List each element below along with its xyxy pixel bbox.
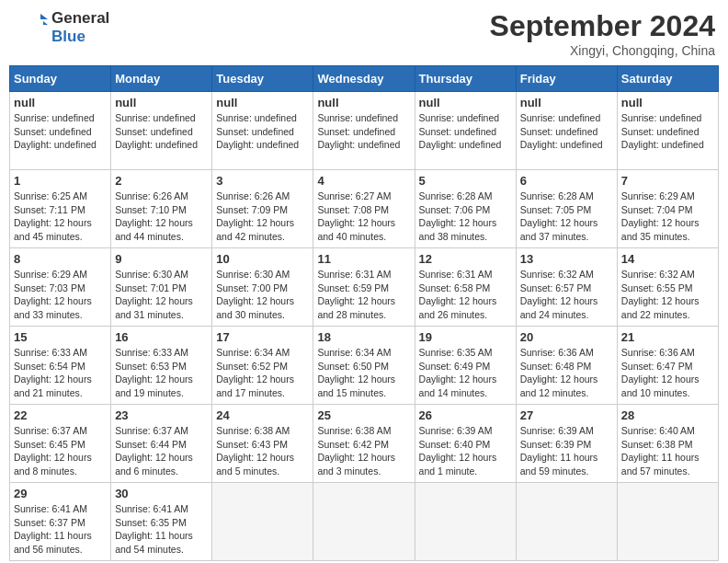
daylight-label: Daylight: 12 hours and 24 minutes. xyxy=(520,295,598,320)
sunrise-label: Sunrise: 6:34 AM xyxy=(317,347,391,358)
day-info: Sunrise: 6:38 AM Sunset: 6:43 PM Dayligh… xyxy=(216,424,309,478)
col-saturday: Saturday xyxy=(617,66,718,92)
sunset-label: Sunset: 6:38 PM xyxy=(621,439,693,450)
sunset-label: Sunset: 6:48 PM xyxy=(520,361,592,372)
day-info: Sunrise: undefined Sunset: undefined Day… xyxy=(216,111,309,152)
sunrise-label: Sunrise: 6:28 AM xyxy=(520,190,594,201)
day-number: null xyxy=(115,96,208,109)
table-row: 28 Sunrise: 6:40 AM Sunset: 6:38 PM Dayl… xyxy=(617,405,718,483)
daylight-label: Daylight: 12 hours and 17 minutes. xyxy=(216,373,294,398)
logo: General Blue xyxy=(13,9,109,47)
sunrise-label: Sunrise: undefined xyxy=(317,112,398,123)
table-row xyxy=(617,483,718,561)
sunset-label: Sunset: 6:39 PM xyxy=(520,439,592,450)
daylight-label: Daylight: undefined xyxy=(115,139,198,150)
table-row: 14 Sunrise: 6:32 AM Sunset: 6:55 PM Dayl… xyxy=(617,248,718,327)
table-row xyxy=(212,483,313,561)
day-info: Sunrise: 6:38 AM Sunset: 6:42 PM Dayligh… xyxy=(317,424,410,478)
table-row: null Sunrise: undefined Sunset: undefine… xyxy=(212,92,313,170)
sunrise-label: Sunrise: 6:29 AM xyxy=(621,190,695,201)
day-number: 4 xyxy=(317,174,410,188)
day-info: Sunrise: 6:36 AM Sunset: 6:47 PM Dayligh… xyxy=(621,346,714,400)
sunset-label: Sunset: 6:40 PM xyxy=(419,439,491,450)
day-number: 1 xyxy=(14,174,107,188)
sunrise-label: Sunrise: 6:41 AM xyxy=(115,503,188,514)
sunset-label: Sunset: 6:35 PM xyxy=(115,517,187,528)
day-info: Sunrise: 6:41 AM Sunset: 6:35 PM Dayligh… xyxy=(115,502,208,557)
day-number: 25 xyxy=(317,408,410,422)
day-info: Sunrise: undefined Sunset: undefined Day… xyxy=(115,111,208,152)
day-number: 9 xyxy=(115,252,208,266)
sunrise-label: Sunrise: undefined xyxy=(115,112,196,123)
sunset-label: Sunset: undefined xyxy=(216,126,294,137)
daylight-label: Daylight: 12 hours and 19 minutes. xyxy=(115,373,193,398)
col-thursday: Thursday xyxy=(415,66,516,92)
day-number: 15 xyxy=(14,330,107,344)
daylight-label: Daylight: undefined xyxy=(317,139,400,150)
table-row: 27 Sunrise: 6:39 AM Sunset: 6:39 PM Dayl… xyxy=(516,405,617,483)
sunrise-label: Sunrise: undefined xyxy=(216,112,297,123)
day-number: 19 xyxy=(419,330,512,344)
daylight-label: Daylight: 12 hours and 12 minutes. xyxy=(520,373,598,398)
location: Xingyi, Chongqing, China xyxy=(490,43,715,58)
table-row: 3 Sunrise: 6:26 AM Sunset: 7:09 PM Dayli… xyxy=(212,170,313,248)
sunset-label: Sunset: 7:03 PM xyxy=(14,282,85,293)
day-info: Sunrise: 6:34 AM Sunset: 6:52 PM Dayligh… xyxy=(216,346,309,400)
table-row: 16 Sunrise: 6:33 AM Sunset: 6:53 PM Dayl… xyxy=(111,327,212,405)
daylight-label: Daylight: undefined xyxy=(216,139,299,150)
sunset-label: Sunset: undefined xyxy=(115,126,193,137)
sunrise-label: Sunrise: 6:26 AM xyxy=(115,190,188,201)
day-number: 13 xyxy=(520,252,613,266)
day-number: 11 xyxy=(317,252,410,266)
day-number: 26 xyxy=(419,408,512,422)
sunset-label: Sunset: 6:44 PM xyxy=(115,439,187,450)
table-row: 7 Sunrise: 6:29 AM Sunset: 7:04 PM Dayli… xyxy=(617,170,718,248)
table-row: 17 Sunrise: 6:34 AM Sunset: 6:52 PM Dayl… xyxy=(212,327,313,405)
day-info: Sunrise: 6:34 AM Sunset: 6:50 PM Dayligh… xyxy=(317,346,410,400)
sunrise-label: Sunrise: 6:34 AM xyxy=(216,347,290,358)
daylight-label: Daylight: 12 hours and 28 minutes. xyxy=(317,295,395,320)
daylight-label: Daylight: 11 hours and 57 minutes. xyxy=(621,452,700,477)
day-number: 3 xyxy=(216,174,309,188)
day-number: 6 xyxy=(520,174,613,188)
sunrise-label: Sunrise: undefined xyxy=(520,112,601,123)
day-number: null xyxy=(317,96,410,109)
day-info: Sunrise: 6:28 AM Sunset: 7:05 PM Dayligh… xyxy=(520,190,613,244)
day-number: 27 xyxy=(520,408,613,422)
day-info: Sunrise: 6:35 AM Sunset: 6:49 PM Dayligh… xyxy=(419,346,512,400)
sunset-label: Sunset: 6:55 PM xyxy=(621,282,693,293)
day-number: 20 xyxy=(520,330,613,344)
sunrise-label: Sunrise: 6:30 AM xyxy=(115,269,188,280)
logo-text: General Blue xyxy=(13,9,109,47)
calendar-table: Sunday Monday Tuesday Wednesday Thursday… xyxy=(9,65,719,561)
daylight-label: Daylight: 12 hours and 1 minute. xyxy=(419,452,497,477)
sunrise-label: Sunrise: 6:32 AM xyxy=(520,269,594,280)
day-info: Sunrise: undefined Sunset: undefined Day… xyxy=(621,111,714,152)
sunset-label: Sunset: 7:10 PM xyxy=(115,204,187,215)
day-number: 24 xyxy=(216,408,309,422)
sunrise-label: Sunrise: 6:40 AM xyxy=(621,425,695,436)
logo-blue-text: Blue xyxy=(51,28,109,46)
sunset-label: Sunset: 6:43 PM xyxy=(216,439,288,450)
sunset-label: Sunset: 6:52 PM xyxy=(216,361,288,372)
table-row: 11 Sunrise: 6:31 AM Sunset: 6:59 PM Dayl… xyxy=(313,248,415,327)
table-row: null Sunrise: undefined Sunset: undefine… xyxy=(313,92,415,170)
daylight-label: Daylight: 12 hours and 40 minutes. xyxy=(317,217,395,242)
day-number: 29 xyxy=(14,487,107,500)
day-info: Sunrise: 6:33 AM Sunset: 6:54 PM Dayligh… xyxy=(14,346,107,400)
sunrise-label: Sunrise: 6:30 AM xyxy=(216,269,290,280)
table-row: 2 Sunrise: 6:26 AM Sunset: 7:10 PM Dayli… xyxy=(111,170,212,248)
table-row xyxy=(313,483,415,561)
col-friday: Friday xyxy=(516,66,617,92)
sunset-label: Sunset: 6:47 PM xyxy=(621,361,693,372)
sunrise-label: Sunrise: 6:39 AM xyxy=(520,425,594,436)
daylight-label: Daylight: 12 hours and 45 minutes. xyxy=(14,217,92,242)
table-row: null Sunrise: undefined Sunset: undefine… xyxy=(516,92,617,170)
day-info: Sunrise: 6:26 AM Sunset: 7:10 PM Dayligh… xyxy=(115,190,208,244)
calendar-week-row: 22 Sunrise: 6:37 AM Sunset: 6:45 PM Dayl… xyxy=(10,405,719,483)
daylight-label: Daylight: 12 hours and 21 minutes. xyxy=(14,373,92,398)
daylight-label: Daylight: undefined xyxy=(14,139,97,150)
col-monday: Monday xyxy=(111,66,212,92)
svg-marker-0 xyxy=(40,14,48,19)
table-row: 26 Sunrise: 6:39 AM Sunset: 6:40 PM Dayl… xyxy=(415,405,516,483)
